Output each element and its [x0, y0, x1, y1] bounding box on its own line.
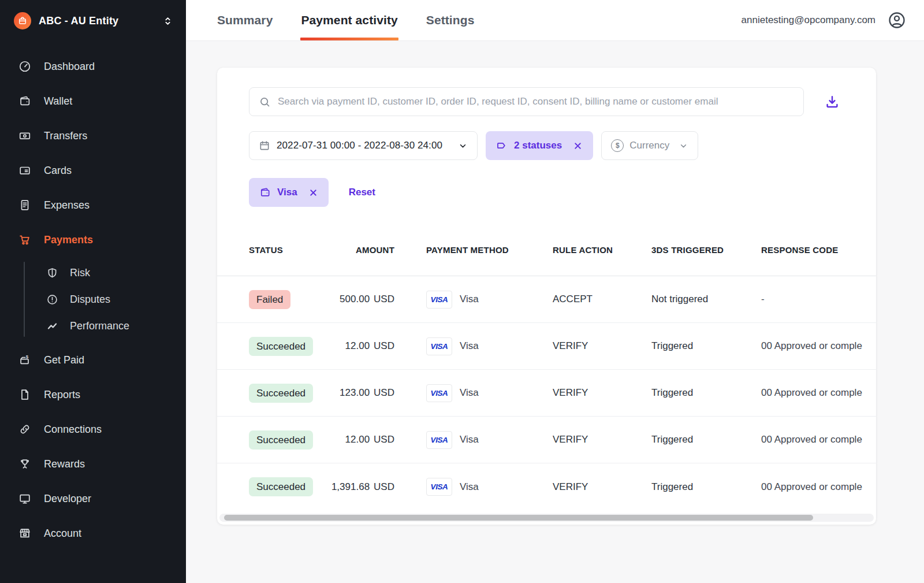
- reset-filters-button[interactable]: Reset: [349, 187, 375, 198]
- column-header-rule-action: RULE ACTION: [553, 245, 651, 255]
- response-code-value: 00 Approved or comple: [761, 387, 876, 399]
- payment-method-label: Visa: [460, 340, 479, 352]
- search-box: [249, 87, 804, 116]
- sidebar-item-label: Dashboard: [44, 61, 95, 73]
- currency-label: Currency: [629, 140, 669, 151]
- sidebar-item-developer[interactable]: Developer: [0, 481, 186, 516]
- statuses-filter-chip[interactable]: 2 statuses: [486, 131, 593, 160]
- sidebar-item-expenses[interactable]: Expenses: [0, 188, 186, 222]
- table-row[interactable]: Succeeded 1,391.68USD VISA Visa VERIFY T…: [217, 463, 876, 510]
- sidebar-item-disputes[interactable]: Disputes: [0, 286, 186, 313]
- rule-action-value: ACCEPT: [553, 294, 651, 305]
- monitor-icon: [18, 492, 31, 505]
- payment-method-label: Visa: [460, 481, 479, 493]
- close-icon[interactable]: [573, 141, 583, 151]
- table-row[interactable]: Succeeded 12.00USD VISA Visa VERIFY Trig…: [217, 323, 876, 370]
- status-badge: Succeeded: [249, 384, 313, 403]
- table-row[interactable]: Failed 500.00USD VISA Visa ACCEPT Not tr…: [217, 276, 876, 323]
- close-icon[interactable]: [308, 188, 318, 198]
- tab-payment-activity[interactable]: Payment activity: [301, 0, 397, 40]
- statuses-chip-label: 2 statuses: [514, 140, 562, 151]
- sidebar-item-transfers[interactable]: Transfers: [0, 118, 186, 153]
- sidebar-item-label: Expenses: [44, 199, 90, 211]
- column-header-amount: AMOUNT: [330, 245, 394, 255]
- tab-settings[interactable]: Settings: [426, 0, 475, 40]
- table-row[interactable]: Succeeded 123.00USD VISA Visa VERIFY Tri…: [217, 370, 876, 417]
- tab-label: Settings: [426, 13, 475, 27]
- trophy-icon: [18, 458, 31, 470]
- chevron-down-icon: [458, 141, 468, 151]
- status-badge: Succeeded: [249, 477, 313, 496]
- wallet-icon: [259, 187, 271, 198]
- sidebar-item-label: Performance: [70, 320, 129, 332]
- amount-value: 12.00: [345, 340, 370, 352]
- date-range-filter[interactable]: 2022-07-31 00:00 - 2022-08-30 24:00: [249, 131, 478, 160]
- tab-summary[interactable]: Summary: [217, 0, 273, 40]
- column-header-3ds-triggered: 3DS TRIGGERED: [651, 245, 761, 255]
- chevron-down-icon: [679, 141, 688, 151]
- visa-logo-text: VISA: [431, 389, 448, 398]
- visa-logo: VISA: [426, 291, 452, 309]
- sidebar-item-performance[interactable]: Performance: [0, 313, 186, 339]
- 3ds-triggered-value: Triggered: [651, 340, 761, 352]
- visa-logo-text: VISA: [431, 342, 448, 351]
- download-button[interactable]: [824, 94, 840, 110]
- currency-filter[interactable]: $ Currency: [601, 131, 698, 160]
- visa-logo: VISA: [426, 431, 452, 449]
- payments-subnav: Risk Disputes Performance: [0, 257, 186, 343]
- sidebar-item-reports[interactable]: Reports: [0, 377, 186, 412]
- amount-value: 123.00: [340, 387, 370, 399]
- sidebar-item-risk[interactable]: Risk: [0, 259, 186, 286]
- sidebar-item-dashboard[interactable]: Dashboard: [0, 49, 186, 84]
- amount-currency: USD: [374, 294, 394, 305]
- rule-action-value: VERIFY: [553, 387, 651, 399]
- horizontal-scrollbar-track[interactable]: [219, 514, 874, 522]
- search-row: [249, 87, 876, 116]
- sidebar-item-wallet[interactable]: Wallet: [0, 84, 186, 118]
- avatar-icon[interactable]: [887, 10, 907, 30]
- response-code-value: 00 Approved or comple: [761, 481, 876, 493]
- sidebar-item-label: Transfers: [44, 130, 87, 142]
- visa-logo-text: VISA: [431, 295, 448, 304]
- table-body: Failed 500.00USD VISA Visa ACCEPT Not tr…: [217, 276, 876, 510]
- sidebar-item-label: Get Paid: [44, 354, 84, 366]
- sidebar-item-label: Developer: [44, 493, 91, 505]
- sidebar-item-rewards[interactable]: Rewards: [0, 447, 186, 481]
- search-input[interactable]: [278, 96, 794, 107]
- table-row[interactable]: Succeeded 12.00USD VISA Visa VERIFY Trig…: [217, 417, 876, 463]
- visa-logo-text: VISA: [431, 436, 448, 444]
- sidebar-item-label: Cards: [44, 165, 72, 177]
- search-icon: [259, 96, 271, 108]
- sidebar-item-payments[interactable]: Payments: [0, 222, 186, 257]
- horizontal-scrollbar-thumb[interactable]: [224, 515, 813, 521]
- applied-chip-row: Visa Reset: [249, 178, 876, 207]
- rule-action-value: VERIFY: [553, 481, 651, 493]
- amount-value: 12.00: [345, 434, 370, 445]
- sidebar-item-get-paid[interactable]: $ Get Paid: [0, 343, 186, 377]
- dashboard-icon: [18, 60, 31, 73]
- sidebar-item-label: Rewards: [44, 458, 85, 470]
- entity-switcher[interactable]: ABC - AU Entity: [0, 0, 186, 42]
- sidebar-item-account[interactable]: Account: [0, 516, 186, 551]
- visa-logo: VISA: [426, 337, 452, 355]
- topbar-right: annietesting@opcompany.com: [742, 0, 907, 40]
- amount-value: 1,391.68: [331, 481, 370, 493]
- visa-filter-chip[interactable]: Visa: [249, 178, 329, 207]
- main-area: Summary Payment activity Settings anniet…: [186, 0, 924, 583]
- sidebar-item-label: Risk: [70, 267, 90, 279]
- alert-circle-icon: [46, 294, 58, 306]
- sidebar-item-cards[interactable]: Cards: [0, 153, 186, 188]
- amount-currency: USD: [374, 340, 394, 352]
- sidebar-item-connections[interactable]: Connections: [0, 412, 186, 447]
- card-icon: [18, 164, 31, 177]
- download-icon: [824, 94, 840, 110]
- user-email: annietesting@opcompany.com: [742, 14, 875, 26]
- 3ds-triggered-value: Triggered: [651, 434, 761, 445]
- tab-label: Payment activity: [301, 13, 397, 27]
- chevrons-up-down-icon: [162, 16, 173, 27]
- filter-row: 2022-07-31 00:00 - 2022-08-30 24:00 2 st…: [249, 131, 876, 160]
- payment-method-label: Visa: [460, 387, 479, 399]
- payment-activity-card: 2022-07-31 00:00 - 2022-08-30 24:00 2 st…: [217, 68, 876, 525]
- svg-text:$: $: [26, 354, 29, 359]
- entity-name: ABC - AU Entity: [39, 15, 155, 27]
